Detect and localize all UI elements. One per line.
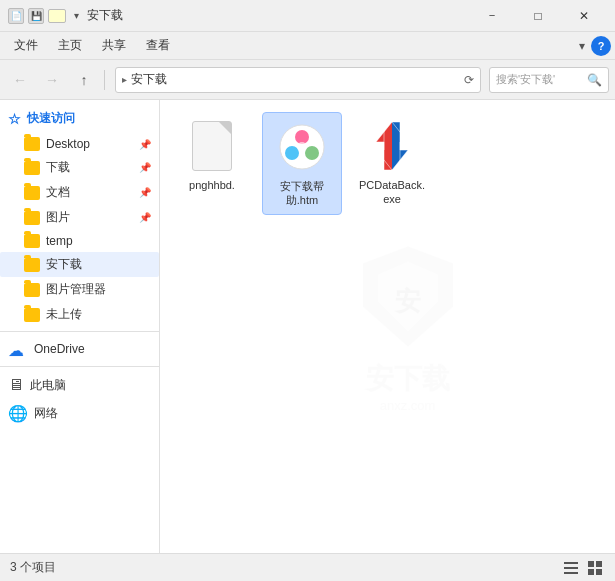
sidebar-item-label: 未上传 bbox=[46, 306, 82, 323]
file-item-exe[interactable]: PCDataBack.exe bbox=[352, 112, 432, 215]
help-button[interactable]: ? bbox=[591, 36, 611, 56]
menu-file[interactable]: 文件 bbox=[4, 33, 48, 58]
watermark-text: 安下载 bbox=[366, 359, 450, 397]
file-icon-container bbox=[274, 119, 330, 175]
svg-point-5 bbox=[297, 142, 307, 152]
folder-icon bbox=[48, 9, 66, 23]
pin-icon: 📌 bbox=[139, 139, 151, 150]
folder-icon bbox=[24, 234, 40, 248]
sidebar-item-label: temp bbox=[46, 234, 73, 248]
svg-point-4 bbox=[305, 146, 319, 160]
sidebar-item-downloads[interactable]: 下载 📌 bbox=[0, 155, 159, 180]
file-item-htm[interactable]: 安下载帮助.htm bbox=[262, 112, 342, 215]
title-bar: 📄 💾 ▾ 安下载 － □ ✕ bbox=[0, 0, 615, 32]
menu-share[interactable]: 共享 bbox=[92, 33, 136, 58]
folder-icon bbox=[24, 308, 40, 322]
svg-rect-15 bbox=[588, 561, 594, 567]
svg-point-3 bbox=[285, 146, 299, 160]
status-count: 3 个项目 bbox=[10, 559, 56, 576]
sidebar-item-documents[interactable]: 文档 📌 bbox=[0, 180, 159, 205]
toolbar: ← → ↑ ▸ 安下载 ⟳ 搜索'安下载' 🔍 bbox=[0, 60, 615, 100]
sidebar-item-label: 安下载 bbox=[46, 256, 82, 273]
sidebar-item-anxz[interactable]: 安下载 bbox=[0, 252, 159, 277]
folder-icon bbox=[24, 137, 40, 151]
details-view-button[interactable] bbox=[561, 558, 581, 578]
status-bar: 3 个项目 bbox=[0, 553, 615, 581]
folder-icon bbox=[24, 258, 40, 272]
sidebar-item-not-uploaded[interactable]: 未上传 bbox=[0, 302, 159, 327]
maximize-button[interactable]: □ bbox=[515, 0, 561, 32]
onedrive-label: OneDrive bbox=[34, 342, 85, 356]
minimize-button[interactable]: － bbox=[469, 0, 515, 32]
sidebar-item-pc[interactable]: 🖥 此电脑 bbox=[0, 371, 159, 399]
tiles-view-icon bbox=[587, 560, 603, 576]
file-item-pnghhbd[interactable]: pnghhbd. bbox=[172, 112, 252, 215]
files-grid: pnghhbd. 安下载帮助.htm bbox=[172, 112, 603, 215]
svg-rect-13 bbox=[564, 567, 578, 569]
svg-rect-12 bbox=[564, 562, 578, 564]
menu-home[interactable]: 主页 bbox=[48, 33, 92, 58]
separator bbox=[104, 70, 105, 90]
star-icon: ☆ bbox=[8, 111, 21, 127]
breadcrumb-arrow: ▸ bbox=[122, 74, 127, 85]
pc-label: 此电脑 bbox=[30, 377, 66, 394]
network-icon: 🌐 bbox=[8, 404, 28, 423]
address-bar[interactable]: ▸ 安下载 ⟳ bbox=[115, 67, 481, 93]
sidebar-item-pictures[interactable]: 图片 📌 bbox=[0, 205, 159, 230]
quick-access-label: 快速访问 bbox=[27, 110, 75, 127]
search-icon: 🔍 bbox=[587, 73, 602, 87]
menu-bar: 文件 主页 共享 查看 ▾ ? bbox=[0, 32, 615, 60]
folder-icon bbox=[24, 161, 40, 175]
close-button[interactable]: ✕ bbox=[561, 0, 607, 32]
refresh-button[interactable]: ⟳ bbox=[464, 73, 474, 87]
file-label: pnghhbd. bbox=[189, 178, 235, 192]
dropdown-arrow: ▾ bbox=[74, 10, 79, 21]
sidebar-item-onedrive[interactable]: ☁ OneDrive bbox=[0, 336, 159, 362]
menu-view[interactable]: 查看 bbox=[136, 33, 180, 58]
watermark: 安 安下载 anxz.com bbox=[358, 241, 458, 412]
sidebar-divider-2 bbox=[0, 366, 159, 367]
sidebar: ☆ 快速访问 Desktop 📌 下载 📌 文档 📌 图片 📌 temp bbox=[0, 100, 160, 553]
window-title: 安下载 bbox=[87, 7, 469, 24]
sidebar-divider bbox=[0, 331, 159, 332]
file-area: 安 安下载 anxz.com pnghhbd. bbox=[160, 100, 615, 553]
svg-rect-18 bbox=[596, 569, 602, 575]
window-controls: － □ ✕ bbox=[469, 0, 607, 32]
search-bar[interactable]: 搜索'安下载' 🔍 bbox=[489, 67, 609, 93]
pin-icon: 📌 bbox=[139, 162, 151, 173]
title-bar-icon-group: 📄 💾 ▾ bbox=[8, 8, 79, 24]
up-button[interactable]: ↑ bbox=[70, 66, 98, 94]
svg-rect-17 bbox=[588, 569, 594, 575]
watermark-shield-svg: 安 bbox=[358, 241, 458, 351]
svg-rect-16 bbox=[596, 561, 602, 567]
folder-icon bbox=[24, 211, 40, 225]
sidebar-item-pic-manager[interactable]: 图片管理器 bbox=[0, 277, 159, 302]
pin-icon: 📌 bbox=[139, 187, 151, 198]
sidebar-item-label: 下载 bbox=[46, 159, 70, 176]
collapse-button[interactable]: ▾ bbox=[573, 39, 591, 53]
folder-icon bbox=[24, 283, 40, 297]
sidebar-item-label: 图片管理器 bbox=[46, 281, 106, 298]
sidebar-item-label: Desktop bbox=[46, 137, 90, 151]
back-button[interactable]: ← bbox=[6, 66, 34, 94]
file-label: PCDataBack.exe bbox=[356, 178, 428, 207]
quick-access-section[interactable]: ☆ 快速访问 bbox=[0, 104, 159, 133]
exe-file-icon bbox=[368, 120, 416, 172]
svg-rect-14 bbox=[564, 572, 578, 574]
sidebar-item-label: 图片 bbox=[46, 209, 70, 226]
view-toggle bbox=[561, 558, 605, 578]
network-label: 网络 bbox=[34, 405, 58, 422]
file-label: 安下载帮助.htm bbox=[267, 179, 337, 208]
sidebar-item-temp[interactable]: temp bbox=[0, 230, 159, 252]
save-icon: 💾 bbox=[28, 8, 44, 24]
forward-button[interactable]: → bbox=[38, 66, 66, 94]
sidebar-item-label: 文档 bbox=[46, 184, 70, 201]
sidebar-item-network[interactable]: 🌐 网络 bbox=[0, 399, 159, 428]
file-icon-container bbox=[364, 118, 420, 174]
pin-icon: 📌 bbox=[139, 212, 151, 223]
sidebar-item-desktop[interactable]: Desktop 📌 bbox=[0, 133, 159, 155]
tiles-view-button[interactable] bbox=[585, 558, 605, 578]
svg-marker-9 bbox=[376, 122, 408, 170]
watermark-subtext: anxz.com bbox=[380, 397, 436, 412]
details-view-icon bbox=[563, 560, 579, 576]
